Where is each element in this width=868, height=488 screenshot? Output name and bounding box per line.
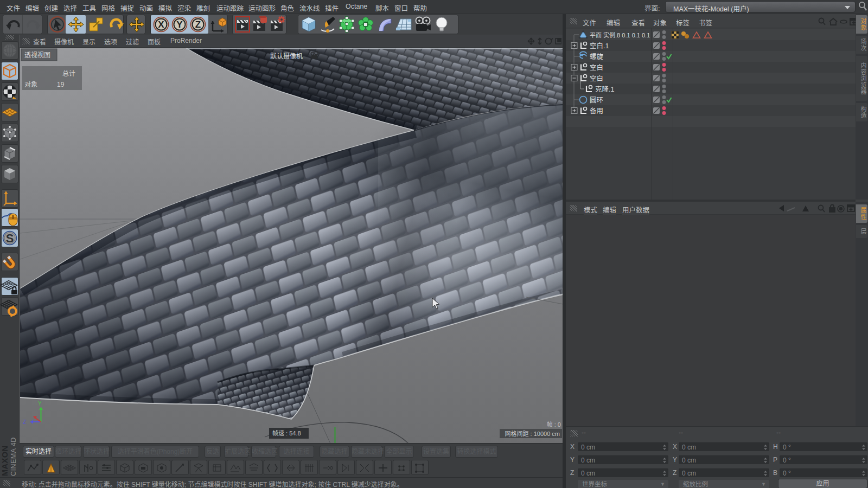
svg-text:Z: Z	[195, 20, 201, 30]
svg-text:MAXON: MAXON	[1, 446, 9, 476]
svg-text:备用: 备用	[590, 107, 603, 115]
svg-text:透视视图: 透视视图	[24, 51, 50, 59]
svg-text:平面 实例.8 0.1 0.1 0.1: 平面 实例.8 0.1 0.1 0.1	[590, 31, 650, 38]
svg-text:螺旋: 螺旋	[590, 53, 604, 61]
svg-text:CINEMA 4D: CINEMA 4D	[10, 437, 17, 476]
svg-text:S: S	[6, 232, 14, 245]
svg-text:帧速 : 54.8: 帧速 : 54.8	[272, 429, 301, 436]
svg-text:对象: 对象	[24, 81, 37, 88]
svg-text:X: X	[158, 20, 164, 30]
svg-text:Z: Z	[23, 419, 26, 425]
svg-text:总计: 总计	[62, 70, 75, 78]
svg-text:Y: Y	[38, 401, 42, 407]
svg-text:圆环: 圆环	[590, 97, 603, 104]
svg-text:默认摄像机: 默认摄像机	[270, 52, 303, 60]
svg-text:空白: 空白	[590, 63, 603, 72]
svg-text:克隆.1: 克隆.1	[595, 85, 614, 93]
svg-text:网格间距 : 10000 cm: 网格间距 : 10000 cm	[505, 430, 560, 437]
svg-text:帧 : 0: 帧 : 0	[547, 421, 561, 428]
svg-text:空白: 空白	[590, 74, 603, 82]
svg-text:Y: Y	[176, 20, 183, 30]
svg-text:19: 19	[57, 81, 65, 88]
svg-text:空白.1: 空白.1	[590, 42, 609, 50]
